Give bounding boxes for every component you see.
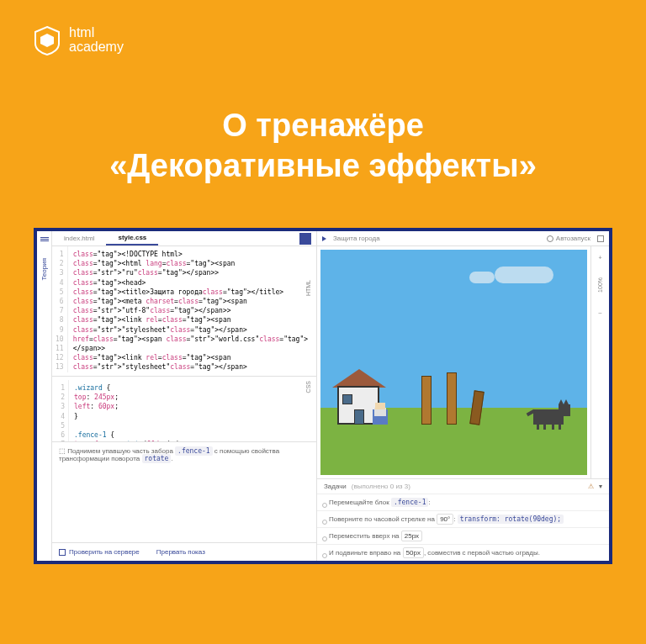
editor-window: Теория index.html style.css 123456789101… (34, 228, 612, 564)
html-gutter: 123456789101112131415161718 (52, 246, 68, 372)
sidebar-theory-label[interactable]: Теория (40, 258, 48, 281)
tab-index-html[interactable]: index.html (52, 231, 106, 245)
html-vertical-label: HTML (305, 280, 311, 296)
fence-1 (421, 376, 432, 425)
preview-title: Защита города (333, 235, 380, 242)
preview-canvas (320, 250, 587, 475)
brand-logo: html academy (34, 25, 612, 55)
house-roof (332, 369, 386, 388)
wizard-sprite (373, 403, 388, 425)
menu-icon[interactable] (40, 236, 49, 243)
html-editor[interactable]: 123456789101112131415161718 class="tag">… (52, 246, 316, 372)
house-window (342, 394, 352, 404)
check-button[interactable]: Проверить на сервере (59, 548, 140, 556)
task-row: Переместить вверх на 25px (317, 527, 609, 544)
task-row: Перемещайте блок .fence-1: (317, 494, 609, 510)
shield-icon (34, 25, 61, 55)
tab-style-css[interactable]: style.css (106, 231, 158, 245)
bottom-actions: Проверить на сервере Прервать показ (52, 542, 316, 561)
fence-2 (447, 372, 457, 425)
warning-icon: ⚠ (588, 483, 594, 490)
code-hint: ⬚ Поднимем упавшую часть забора .fence-1… (52, 441, 316, 467)
check-icon (59, 549, 66, 556)
stop-button[interactable]: Прервать показ (156, 548, 205, 556)
task-row: Поверните по часовой стрелке на 90°: tra… (317, 510, 609, 527)
zoom-percent: 100% (597, 277, 603, 293)
autorun-toggle[interactable]: Автозапуск (547, 235, 590, 242)
css-vertical-label: CSS (305, 381, 311, 393)
expand-tasks-icon[interactable]: ▾ (599, 483, 602, 490)
task-row: И подвиньте вправо на 50px, совместив с … (317, 544, 609, 561)
zoom-out-button[interactable]: – (599, 309, 602, 315)
zoom-rail: + 100% – (590, 246, 609, 478)
expand-icon[interactable] (597, 235, 604, 242)
reload-icon (547, 235, 553, 242)
cloud-icon (495, 267, 553, 283)
brand-line2: academy (69, 40, 124, 55)
tab-square-icon[interactable] (299, 233, 311, 245)
hero-title: О тренажёре «Декоративные эффекты» (34, 106, 612, 186)
house-door (354, 409, 364, 425)
wolf-sprite (533, 401, 570, 425)
preview-header: Защита города Автозапуск (317, 231, 609, 246)
play-icon[interactable] (322, 236, 326, 241)
file-tabs: index.html style.css (52, 231, 316, 246)
css-editor[interactable]: 1234567 .wizard { top: 245px; left: 60px… (52, 376, 316, 441)
css-gutter: 1234567 (52, 380, 69, 441)
zoom-in-button[interactable]: + (598, 255, 601, 261)
tasks-header: Задачи (выполнено 0 из 3) ⚠ ▾ (317, 478, 609, 494)
brand-line1: html (69, 26, 124, 40)
